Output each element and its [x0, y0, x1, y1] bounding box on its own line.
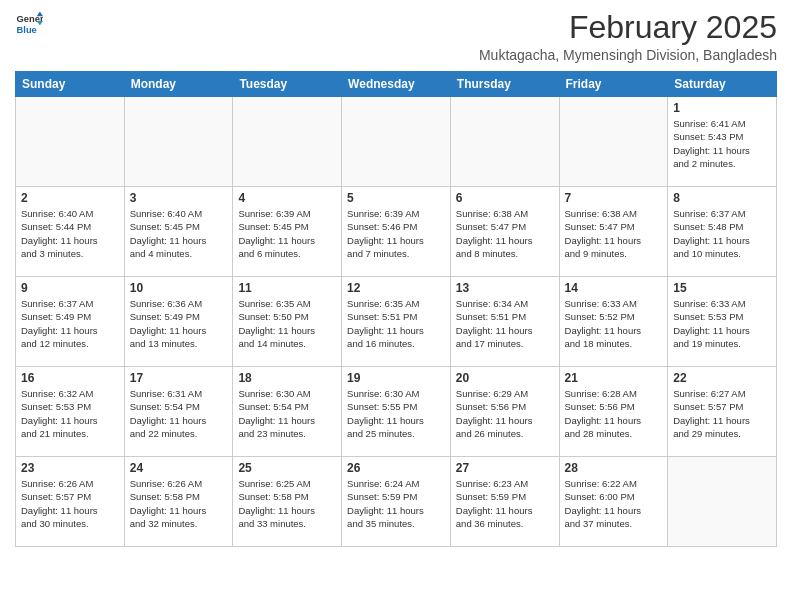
page: General Blue February 2025 Muktagacha, M… — [0, 0, 792, 562]
day-info: Sunrise: 6:37 AM Sunset: 5:49 PM Dayligh… — [21, 297, 119, 350]
day-number: 19 — [347, 371, 445, 385]
weekday-header-wednesday: Wednesday — [342, 72, 451, 97]
calendar-table: SundayMondayTuesdayWednesdayThursdayFrid… — [15, 71, 777, 547]
day-info: Sunrise: 6:23 AM Sunset: 5:59 PM Dayligh… — [456, 477, 554, 530]
day-number: 5 — [347, 191, 445, 205]
day-number: 18 — [238, 371, 336, 385]
day-info: Sunrise: 6:30 AM Sunset: 5:54 PM Dayligh… — [238, 387, 336, 440]
calendar-day: 26Sunrise: 6:24 AM Sunset: 5:59 PM Dayli… — [342, 457, 451, 547]
calendar-day: 2Sunrise: 6:40 AM Sunset: 5:44 PM Daylig… — [16, 187, 125, 277]
day-number: 13 — [456, 281, 554, 295]
calendar-day: 12Sunrise: 6:35 AM Sunset: 5:51 PM Dayli… — [342, 277, 451, 367]
subtitle: Muktagacha, Mymensingh Division, Banglad… — [479, 47, 777, 63]
day-info: Sunrise: 6:32 AM Sunset: 5:53 PM Dayligh… — [21, 387, 119, 440]
calendar-day: 17Sunrise: 6:31 AM Sunset: 5:54 PM Dayli… — [124, 367, 233, 457]
day-info: Sunrise: 6:24 AM Sunset: 5:59 PM Dayligh… — [347, 477, 445, 530]
day-number: 17 — [130, 371, 228, 385]
day-info: Sunrise: 6:26 AM Sunset: 5:57 PM Dayligh… — [21, 477, 119, 530]
calendar-day: 3Sunrise: 6:40 AM Sunset: 5:45 PM Daylig… — [124, 187, 233, 277]
day-info: Sunrise: 6:33 AM Sunset: 5:53 PM Dayligh… — [673, 297, 771, 350]
day-info: Sunrise: 6:35 AM Sunset: 5:51 PM Dayligh… — [347, 297, 445, 350]
calendar-day: 16Sunrise: 6:32 AM Sunset: 5:53 PM Dayli… — [16, 367, 125, 457]
day-number: 6 — [456, 191, 554, 205]
calendar-day: 20Sunrise: 6:29 AM Sunset: 5:56 PM Dayli… — [450, 367, 559, 457]
day-number: 14 — [565, 281, 663, 295]
calendar-day: 15Sunrise: 6:33 AM Sunset: 5:53 PM Dayli… — [668, 277, 777, 367]
day-number: 27 — [456, 461, 554, 475]
weekday-header-thursday: Thursday — [450, 72, 559, 97]
weekday-header-row: SundayMondayTuesdayWednesdayThursdayFrid… — [16, 72, 777, 97]
calendar-day: 11Sunrise: 6:35 AM Sunset: 5:50 PM Dayli… — [233, 277, 342, 367]
calendar-day — [233, 97, 342, 187]
day-info: Sunrise: 6:34 AM Sunset: 5:51 PM Dayligh… — [456, 297, 554, 350]
day-number: 2 — [21, 191, 119, 205]
day-info: Sunrise: 6:40 AM Sunset: 5:45 PM Dayligh… — [130, 207, 228, 260]
calendar-day: 22Sunrise: 6:27 AM Sunset: 5:57 PM Dayli… — [668, 367, 777, 457]
weekday-header-monday: Monday — [124, 72, 233, 97]
calendar-week-4: 16Sunrise: 6:32 AM Sunset: 5:53 PM Dayli… — [16, 367, 777, 457]
day-number: 21 — [565, 371, 663, 385]
calendar-day: 13Sunrise: 6:34 AM Sunset: 5:51 PM Dayli… — [450, 277, 559, 367]
day-info: Sunrise: 6:28 AM Sunset: 5:56 PM Dayligh… — [565, 387, 663, 440]
calendar-body: 1Sunrise: 6:41 AM Sunset: 5:43 PM Daylig… — [16, 97, 777, 547]
day-number: 12 — [347, 281, 445, 295]
calendar-day — [342, 97, 451, 187]
calendar-day: 4Sunrise: 6:39 AM Sunset: 5:45 PM Daylig… — [233, 187, 342, 277]
calendar-day — [124, 97, 233, 187]
calendar-day: 14Sunrise: 6:33 AM Sunset: 5:52 PM Dayli… — [559, 277, 668, 367]
day-info: Sunrise: 6:35 AM Sunset: 5:50 PM Dayligh… — [238, 297, 336, 350]
weekday-header-saturday: Saturday — [668, 72, 777, 97]
day-number: 1 — [673, 101, 771, 115]
calendar-day: 18Sunrise: 6:30 AM Sunset: 5:54 PM Dayli… — [233, 367, 342, 457]
logo-icon: General Blue — [15, 10, 43, 38]
calendar-day — [559, 97, 668, 187]
day-info: Sunrise: 6:33 AM Sunset: 5:52 PM Dayligh… — [565, 297, 663, 350]
calendar-week-5: 23Sunrise: 6:26 AM Sunset: 5:57 PM Dayli… — [16, 457, 777, 547]
calendar-day: 21Sunrise: 6:28 AM Sunset: 5:56 PM Dayli… — [559, 367, 668, 457]
day-info: Sunrise: 6:27 AM Sunset: 5:57 PM Dayligh… — [673, 387, 771, 440]
day-info: Sunrise: 6:36 AM Sunset: 5:49 PM Dayligh… — [130, 297, 228, 350]
weekday-header-tuesday: Tuesday — [233, 72, 342, 97]
svg-text:Blue: Blue — [17, 25, 37, 35]
calendar-week-2: 2Sunrise: 6:40 AM Sunset: 5:44 PM Daylig… — [16, 187, 777, 277]
day-info: Sunrise: 6:41 AM Sunset: 5:43 PM Dayligh… — [673, 117, 771, 170]
calendar-day — [668, 457, 777, 547]
day-info: Sunrise: 6:30 AM Sunset: 5:55 PM Dayligh… — [347, 387, 445, 440]
header: General Blue February 2025 Muktagacha, M… — [15, 10, 777, 63]
day-info: Sunrise: 6:39 AM Sunset: 5:46 PM Dayligh… — [347, 207, 445, 260]
day-number: 10 — [130, 281, 228, 295]
day-number: 26 — [347, 461, 445, 475]
calendar-day: 6Sunrise: 6:38 AM Sunset: 5:47 PM Daylig… — [450, 187, 559, 277]
day-number: 4 — [238, 191, 336, 205]
calendar-day: 9Sunrise: 6:37 AM Sunset: 5:49 PM Daylig… — [16, 277, 125, 367]
day-info: Sunrise: 6:31 AM Sunset: 5:54 PM Dayligh… — [130, 387, 228, 440]
calendar-day: 10Sunrise: 6:36 AM Sunset: 5:49 PM Dayli… — [124, 277, 233, 367]
calendar-day: 24Sunrise: 6:26 AM Sunset: 5:58 PM Dayli… — [124, 457, 233, 547]
month-title: February 2025 — [479, 10, 777, 45]
day-info: Sunrise: 6:37 AM Sunset: 5:48 PM Dayligh… — [673, 207, 771, 260]
day-number: 24 — [130, 461, 228, 475]
calendar-day: 8Sunrise: 6:37 AM Sunset: 5:48 PM Daylig… — [668, 187, 777, 277]
calendar-week-3: 9Sunrise: 6:37 AM Sunset: 5:49 PM Daylig… — [16, 277, 777, 367]
day-info: Sunrise: 6:40 AM Sunset: 5:44 PM Dayligh… — [21, 207, 119, 260]
day-info: Sunrise: 6:22 AM Sunset: 6:00 PM Dayligh… — [565, 477, 663, 530]
day-info: Sunrise: 6:38 AM Sunset: 5:47 PM Dayligh… — [456, 207, 554, 260]
weekday-header-friday: Friday — [559, 72, 668, 97]
calendar-day: 27Sunrise: 6:23 AM Sunset: 5:59 PM Dayli… — [450, 457, 559, 547]
day-info: Sunrise: 6:29 AM Sunset: 5:56 PM Dayligh… — [456, 387, 554, 440]
day-number: 3 — [130, 191, 228, 205]
weekday-header-sunday: Sunday — [16, 72, 125, 97]
day-info: Sunrise: 6:39 AM Sunset: 5:45 PM Dayligh… — [238, 207, 336, 260]
day-number: 25 — [238, 461, 336, 475]
calendar-day: 23Sunrise: 6:26 AM Sunset: 5:57 PM Dayli… — [16, 457, 125, 547]
day-info: Sunrise: 6:25 AM Sunset: 5:58 PM Dayligh… — [238, 477, 336, 530]
day-number: 8 — [673, 191, 771, 205]
calendar-day: 7Sunrise: 6:38 AM Sunset: 5:47 PM Daylig… — [559, 187, 668, 277]
day-number: 7 — [565, 191, 663, 205]
calendar-day: 28Sunrise: 6:22 AM Sunset: 6:00 PM Dayli… — [559, 457, 668, 547]
calendar-day: 1Sunrise: 6:41 AM Sunset: 5:43 PM Daylig… — [668, 97, 777, 187]
calendar-week-1: 1Sunrise: 6:41 AM Sunset: 5:43 PM Daylig… — [16, 97, 777, 187]
day-number: 23 — [21, 461, 119, 475]
day-number: 22 — [673, 371, 771, 385]
calendar-day: 19Sunrise: 6:30 AM Sunset: 5:55 PM Dayli… — [342, 367, 451, 457]
